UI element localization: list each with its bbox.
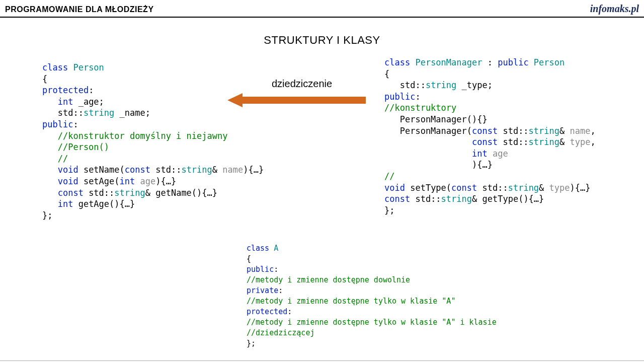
- header-left: PROGRAMOWANIE DLA MŁODZIEŻY: [5, 5, 154, 14]
- code-block-personmanager: class PersonManager : public Person { st…: [384, 57, 596, 216]
- arrow-label: dziedziczenie: [272, 78, 332, 90]
- page-title: STRUKTURY I KLASY: [0, 34, 644, 47]
- header-right: infomaks.pl: [590, 3, 639, 15]
- svg-marker-0: [227, 93, 366, 107]
- page-header: PROGRAMOWANIE DLA MŁODZIEŻY infomaks.pl: [0, 0, 644, 18]
- inheritance-arrow-icon: [227, 93, 366, 107]
- code-block-class-a: class A { public: //metody i zmienne dos…: [247, 243, 497, 349]
- footer-divider: [0, 360, 644, 361]
- code-block-person: class Person { protected: int _age; std:…: [42, 62, 264, 222]
